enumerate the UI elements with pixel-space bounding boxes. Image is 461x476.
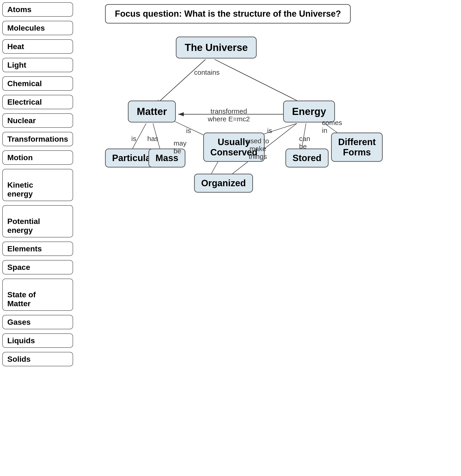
link-label-may-be: may be (173, 139, 187, 155)
link-label-used-to: used to make things (247, 137, 269, 161)
node-universe[interactable]: The Universe (176, 37, 257, 59)
sidebar-item-kinetic-energy[interactable]: Kinetic energy (2, 169, 73, 201)
sidebar-item-molecules[interactable]: Molecules (2, 21, 73, 35)
sidebar-item-transformations[interactable]: Transformations (2, 132, 73, 146)
node-matter[interactable]: Matter (128, 101, 176, 122)
node-organized[interactable]: Organized (194, 174, 253, 193)
link-label-can-be: can be (299, 135, 310, 150)
sidebar-item-electrical[interactable]: Electrical (2, 95, 73, 109)
link-label-comes-in: comes in (322, 119, 342, 134)
sidebar-item-motion[interactable]: Motion (2, 150, 73, 165)
sidebar-item-potential-energy[interactable]: Potential energy (2, 205, 73, 238)
node-different-forms[interactable]: Different Forms (331, 133, 383, 162)
sidebar-item-nuclear[interactable]: Nuclear (2, 113, 73, 128)
node-stored[interactable]: Stored (285, 149, 329, 168)
link-label-is1: is (131, 135, 136, 143)
svg-line-3 (215, 60, 306, 105)
link-label-contains: contains (194, 68, 220, 76)
sidebar-item-gases[interactable]: Gases (2, 315, 73, 329)
sidebar-item-chemical[interactable]: Chemical (2, 76, 73, 91)
sidebar-item-space[interactable]: Space (2, 260, 73, 274)
sidebar-item-atoms[interactable]: Atoms (2, 2, 73, 17)
sidebar-item-elements[interactable]: Elements (2, 242, 73, 256)
concept-map: Focus question: What is the structure of… (64, 0, 452, 476)
sidebar: Atoms Molecules Heat Light Chemical Elec… (2, 2, 73, 366)
sidebar-item-heat[interactable]: Heat (2, 39, 73, 54)
link-label-is2: is (186, 127, 191, 135)
link-label-is3: is (267, 127, 272, 135)
concept-map-lines (64, 0, 452, 476)
link-label-transformed: transformed where E=mc2 (208, 107, 250, 123)
sidebar-item-solids[interactable]: Solids (2, 352, 73, 366)
sidebar-item-liquids[interactable]: Liquids (2, 333, 73, 348)
focus-question: Focus question: What is the structure of… (105, 4, 351, 24)
link-label-has: has (147, 135, 158, 143)
svg-line-2 (155, 60, 206, 105)
sidebar-item-light[interactable]: Light (2, 58, 73, 72)
sidebar-item-state-of-matter[interactable]: State of Matter (2, 279, 73, 311)
